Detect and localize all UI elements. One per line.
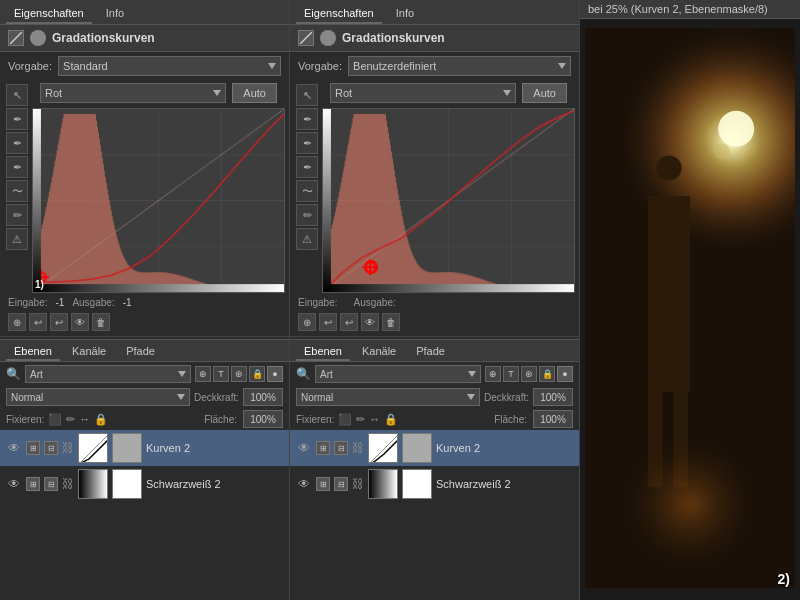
left-flaeche-input[interactable] — [243, 410, 283, 428]
photo-panel: bei 25% (Kurven 2, Ebenenmaske/8) 2) — [580, 0, 800, 600]
right-layer-filter-btn2[interactable]: T — [503, 366, 519, 382]
right-layer-filter-btn1[interactable]: ⊕ — [485, 366, 501, 382]
right-layer-thumb-1 — [368, 469, 398, 499]
left-blend-row: Normal Deckkraft: — [0, 386, 289, 408]
photo-label-2: 2) — [778, 571, 790, 587]
right-channel-select[interactable]: Rot — [330, 83, 516, 103]
right-filter-row: 🔍 Art ⊕ T ⊛ 🔒 ● — [290, 362, 579, 386]
right-filter-select[interactable]: Art — [315, 365, 481, 383]
right-layers-tab-pfade[interactable]: Pfade — [408, 343, 453, 361]
left-layer-vis-0[interactable]: 👁 — [6, 440, 22, 456]
left-curves-area[interactable]: 1) — [32, 108, 285, 293]
right-io-row: Eingabe: Ausgabe: — [290, 295, 579, 310]
action-btn-4[interactable]: 👁 — [71, 313, 89, 331]
right-layers-tab-ebenen[interactable]: Ebenen — [296, 343, 350, 361]
layer-filter-btn3[interactable]: ⊛ — [231, 366, 247, 382]
layer-filter-toggle[interactable]: ● — [267, 366, 283, 382]
left-divider — [0, 336, 289, 337]
layer-filter-btn4[interactable]: 🔒 — [249, 366, 265, 382]
right-action-btn-2[interactable]: ↩ — [319, 313, 337, 331]
left-layer-thumb-0 — [78, 433, 108, 463]
left-layers-tab-ebenen[interactable]: Ebenen — [6, 343, 60, 361]
eyedropper-white[interactable]: ✒ — [6, 156, 28, 178]
warning-icon: ⚠ — [6, 228, 28, 250]
left-layer-item-1[interactable]: 👁 ⊞ ⊟ ⛓ Schwarzweiß 2 — [0, 466, 289, 502]
right-panel-title: Gradationskurven — [342, 31, 445, 45]
right-blend-select[interactable]: Normal — [296, 388, 480, 406]
left-fixieren-label: Fixieren: — [6, 414, 44, 425]
left-layers-tab-pfade[interactable]: Pfade — [118, 343, 163, 361]
right-action-btn-5[interactable]: 🗑 — [382, 313, 400, 331]
layer-filter-btn2[interactable]: T — [213, 366, 229, 382]
left-ausgabe-label: Ausgabe: — [72, 297, 114, 308]
right-pencil-tool[interactable]: ✏ — [296, 204, 318, 226]
left-histogram-canvas — [33, 109, 284, 292]
left-fix-icon2[interactable]: ✏ — [66, 413, 75, 426]
left-layer-chain-0: ⛓ — [62, 441, 74, 455]
layer-filter-btn1[interactable]: ⊕ — [195, 366, 211, 382]
right-layer-filter-btn4[interactable]: 🔒 — [539, 366, 555, 382]
right-layer-item-1[interactable]: 👁 ⊞ ⊟ ⛓ Schwarzweiß 2 — [290, 466, 579, 502]
left-filter-select[interactable]: Art — [25, 365, 191, 383]
left-layers-tab-kanaele[interactable]: Kanäle — [64, 343, 114, 361]
svg-rect-6 — [369, 434, 398, 463]
right-deckkraft-input[interactable] — [533, 388, 573, 406]
left-layer-chain-1: ⛓ — [62, 477, 74, 491]
left-fix-icon3[interactable]: ↔ — [79, 413, 90, 425]
photo-title-bar: bei 25% (Kurven 2, Ebenenmaske/8) — [580, 0, 800, 19]
eyedropper-gray[interactable]: ✒ — [6, 132, 28, 154]
left-fix-icon4[interactable]: 🔒 — [94, 413, 108, 426]
right-auto-button[interactable]: Auto — [522, 83, 567, 103]
right-action-btn-4[interactable]: 👁 — [361, 313, 379, 331]
left-layer-vis-1[interactable]: 👁 — [6, 476, 22, 492]
right-tab-info[interactable]: Info — [388, 4, 422, 24]
action-btn-3[interactable]: ↩ — [50, 313, 68, 331]
right-layer-vis-0[interactable]: 👁 — [296, 440, 312, 456]
pencil-tool[interactable]: ✏ — [6, 204, 28, 226]
right-layer-item-0[interactable]: 👁 ⊞ ⊟ ⛓ Kurven 2 — [290, 430, 579, 466]
left-channel-select[interactable]: Rot — [40, 83, 226, 103]
right-pointer-tool[interactable]: ↖ — [296, 84, 318, 106]
right-layers-tab-kanaele[interactable]: Kanäle — [354, 343, 404, 361]
label-1: 1) — [35, 279, 44, 290]
right-fix-icon2[interactable]: ✏ — [356, 413, 365, 426]
right-eyedropper-gray[interactable]: ✒ — [296, 132, 318, 154]
right-layer-vis-1[interactable]: 👁 — [296, 476, 312, 492]
action-btn-5[interactable]: 🗑 — [92, 313, 110, 331]
left-layer-thumb-1 — [78, 469, 108, 499]
curve-tool[interactable]: 〜 — [6, 180, 28, 202]
right-vorgabe-select[interactable]: Benutzerdefiniert — [348, 56, 571, 76]
eyedropper-black[interactable]: ✒ — [6, 108, 28, 130]
right-channel-row: Rot Auto — [322, 80, 575, 106]
right-fix-icon1[interactable]: ⬛ — [338, 413, 352, 426]
left-flaeche-label: Fläche: — [204, 414, 237, 425]
right-fix-icon4[interactable]: 🔒 — [384, 413, 398, 426]
curve-point-marker — [364, 260, 378, 274]
right-curve-tool[interactable]: 〜 — [296, 180, 318, 202]
right-curves-panel: Eigenschaften Info Gradationskurven Vorg… — [290, 0, 580, 600]
action-btn-1[interactable]: ⊕ — [8, 313, 26, 331]
left-fix-icon1[interactable]: ⬛ — [48, 413, 62, 426]
action-btn-2[interactable]: ↩ — [29, 313, 47, 331]
left-tab-eigenschaften[interactable]: Eigenschaften — [6, 4, 92, 24]
right-histogram-canvas — [323, 109, 574, 292]
left-vorgabe-select[interactable]: Standard — [58, 56, 281, 76]
left-blend-select[interactable]: Normal — [6, 388, 190, 406]
left-io-actions: ⊕ ↩ ↩ 👁 🗑 — [0, 310, 289, 334]
left-auto-button[interactable]: Auto — [232, 83, 277, 103]
right-eyedropper-white[interactable]: ✒ — [296, 156, 318, 178]
right-action-btn-3[interactable]: ↩ — [340, 313, 358, 331]
left-tab-info[interactable]: Info — [98, 4, 132, 24]
right-layer-filter-btn3[interactable]: ⊛ — [521, 366, 537, 382]
right-fix-icon3[interactable]: ↔ — [369, 413, 380, 425]
photo-content: 2) — [580, 19, 800, 597]
right-flaeche-input[interactable] — [533, 410, 573, 428]
left-layer-item-0[interactable]: 👁 ⊞ ⊟ ⛓ Kurven 2 — [0, 430, 289, 466]
right-layer-filter-toggle[interactable]: ● — [557, 366, 573, 382]
pointer-tool[interactable]: ↖ — [6, 84, 28, 106]
right-curves-area[interactable] — [322, 108, 575, 293]
right-action-btn-1[interactable]: ⊕ — [298, 313, 316, 331]
right-tab-eigenschaften[interactable]: Eigenschaften — [296, 4, 382, 24]
right-eyedropper-black[interactable]: ✒ — [296, 108, 318, 130]
left-deckkraft-input[interactable] — [243, 388, 283, 406]
